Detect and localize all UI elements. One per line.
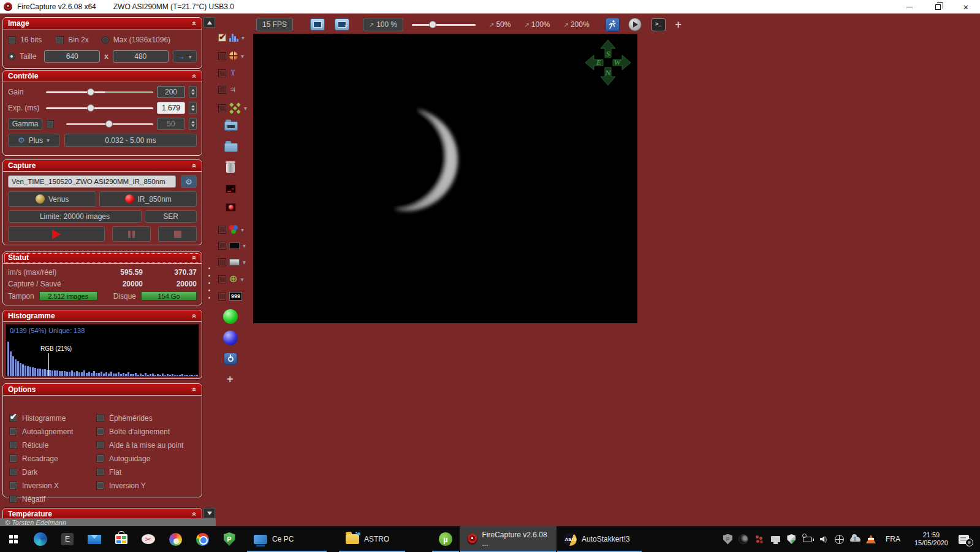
add-toolbar-button[interactable]: + xyxy=(675,18,682,31)
histogram-icon[interactable] xyxy=(229,34,238,42)
collapse-icon[interactable]: « xyxy=(192,256,198,260)
minimize-button[interactable] xyxy=(895,0,924,13)
gain-slider-thumb[interactable] xyxy=(87,88,94,96)
spin-down-icon[interactable] xyxy=(191,125,195,127)
red-target-icon[interactable] xyxy=(226,203,236,212)
edge-taskbar-button[interactable] xyxy=(27,526,54,552)
onedrive-tray-button[interactable] xyxy=(850,534,860,545)
timer-button[interactable] xyxy=(628,18,642,31)
width-input[interactable]: 640 xyxy=(44,50,100,63)
black-level-checkbox[interactable] xyxy=(218,242,226,250)
exposure-slider[interactable] xyxy=(46,102,153,114)
collapse-icon[interactable]: « xyxy=(192,164,198,168)
gamma-slider[interactable] xyxy=(66,118,153,130)
video-folder-icon[interactable] xyxy=(224,121,238,131)
display-tray-button[interactable] xyxy=(770,534,781,545)
reticle-toggle-checkbox[interactable] xyxy=(218,52,226,60)
format-button[interactable]: SER xyxy=(145,210,197,223)
dropdown-icon[interactable]: ▾ xyxy=(241,34,245,41)
snipping-taskbar-button[interactable]: ✂ xyxy=(135,526,162,552)
dropdown-icon[interactable]: ▾ xyxy=(243,259,246,266)
zoom-value-button[interactable]: ↗ 100 % xyxy=(363,18,403,31)
exposure-spinner[interactable] xyxy=(189,102,197,114)
autorun-button[interactable] xyxy=(606,18,620,32)
zoom-slider-thumb[interactable] xyxy=(429,21,436,28)
16bits-checkbox[interactable] xyxy=(8,36,16,44)
scissors-icon[interactable]: ✂ xyxy=(229,69,237,77)
store-taskbar-button[interactable] xyxy=(108,526,135,552)
spin-down-icon[interactable] xyxy=(191,109,195,111)
zoom-100-button[interactable]: ↗ 100% xyxy=(524,20,550,29)
defender-tray-button[interactable]: ✔ xyxy=(786,534,797,545)
close-button[interactable]: × xyxy=(952,0,980,13)
zoom-slider[interactable] xyxy=(412,18,476,31)
guiding-checkbox[interactable] xyxy=(218,275,226,283)
task-autostakkert[interactable]: AS!3 AutoStakkert!3 xyxy=(556,526,642,552)
alignment-diamond-icon[interactable] xyxy=(233,106,237,110)
filename-input[interactable]: Ven_TIME_150520_ZWO ASI290MM_IR_850nm xyxy=(8,175,176,188)
stop-capture-button[interactable] xyxy=(158,226,197,242)
paint-taskbar-button[interactable] xyxy=(162,526,189,552)
spin-up-icon[interactable] xyxy=(191,105,195,107)
option-negatif-checkbox[interactable] xyxy=(9,495,17,503)
task-firecapture[interactable]: FireCapture v2.6.08 ... xyxy=(460,526,556,552)
dropdown-icon[interactable]: ▾ xyxy=(244,105,247,112)
filter-button[interactable]: IR_850nm xyxy=(99,191,197,207)
console-button[interactable]: >_ xyxy=(651,18,666,31)
gamma-checkbox[interactable] xyxy=(46,120,54,128)
counter-checkbox[interactable] xyxy=(218,293,226,301)
dark-capture-icon[interactable] xyxy=(226,185,236,193)
gamma-spinner[interactable] xyxy=(189,118,197,130)
dropdown-icon[interactable]: ▾ xyxy=(240,276,243,283)
moon-tray-button[interactable] xyxy=(739,534,749,545)
language-indicator[interactable]: FRA xyxy=(886,535,900,543)
option-autoalignement-checkbox[interactable] xyxy=(9,427,17,435)
dropdown-icon[interactable]: ▾ xyxy=(241,53,244,59)
height-input[interactable]: 480 xyxy=(113,50,169,63)
taskbar-clock[interactable]: 21:59 15/05/2020 xyxy=(914,531,948,547)
app-dots-tray-button[interactable] xyxy=(754,534,765,545)
taille-radio[interactable] xyxy=(8,53,15,60)
object-button[interactable]: Venus xyxy=(8,191,96,207)
collapse-icon[interactable]: « xyxy=(192,21,198,26)
option-autoguidage-checkbox[interactable] xyxy=(96,454,104,462)
ephemeris-toggle-checkbox[interactable] xyxy=(218,86,226,94)
screen-settings-button[interactable] xyxy=(335,18,349,31)
volume-tray-button[interactable]: ) xyxy=(818,534,829,545)
collapse-icon[interactable]: « xyxy=(192,512,198,516)
option-recadrage-checkbox[interactable] xyxy=(9,454,17,462)
trash-icon[interactable] xyxy=(226,163,235,173)
chrome-taskbar-button[interactable] xyxy=(189,526,216,552)
add-tool-button[interactable]: + xyxy=(227,373,234,386)
filename-settings-button[interactable]: ⚙ xyxy=(181,175,197,188)
bin2x-checkbox[interactable] xyxy=(56,36,64,44)
gamma-value-input[interactable]: 50 xyxy=(157,118,185,130)
panel-image-header[interactable]: Image « xyxy=(3,18,202,29)
black-level-icon[interactable] xyxy=(229,242,240,249)
start-capture-button[interactable] xyxy=(8,226,105,242)
plus-menu-button[interactable]: ⚙ Plus ▾ xyxy=(8,134,59,147)
option-flat-checkbox[interactable] xyxy=(96,468,104,476)
splitter-drag-handle[interactable] xyxy=(208,267,210,299)
green-target-icon[interactable]: ⊕ xyxy=(229,275,237,283)
white-level-icon[interactable] xyxy=(229,259,240,266)
zoom-50-button[interactable]: ↗ 50% xyxy=(489,20,511,29)
gamma-slider-thumb[interactable] xyxy=(105,120,113,128)
eapp-taskbar-button[interactable]: E xyxy=(54,526,81,552)
alignment-toggle-checkbox[interactable] xyxy=(218,104,226,112)
purevpn-taskbar-button[interactable]: P xyxy=(216,526,243,552)
option-ephemerides-checkbox[interactable] xyxy=(96,414,104,422)
option-inversionx-checkbox[interactable] xyxy=(9,481,17,489)
gain-slider[interactable] xyxy=(46,86,153,98)
panel-scrollbar[interactable] xyxy=(203,17,215,518)
green-status-sphere[interactable] xyxy=(223,309,238,324)
gamma-button[interactable]: Gamma xyxy=(8,118,42,130)
spin-up-icon[interactable] xyxy=(191,121,195,123)
gain-value-input[interactable]: 200 xyxy=(157,86,185,98)
option-histogramme-checkbox[interactable]: ✔ xyxy=(9,414,17,422)
notification-center-button[interactable]: 9 xyxy=(959,534,969,545)
power-tray-button[interactable] xyxy=(802,534,813,545)
rgb-channels-icon[interactable] xyxy=(229,225,234,230)
task-utorrent[interactable]: µ xyxy=(431,526,460,552)
jupiter-icon[interactable]: ♃ xyxy=(229,85,237,94)
